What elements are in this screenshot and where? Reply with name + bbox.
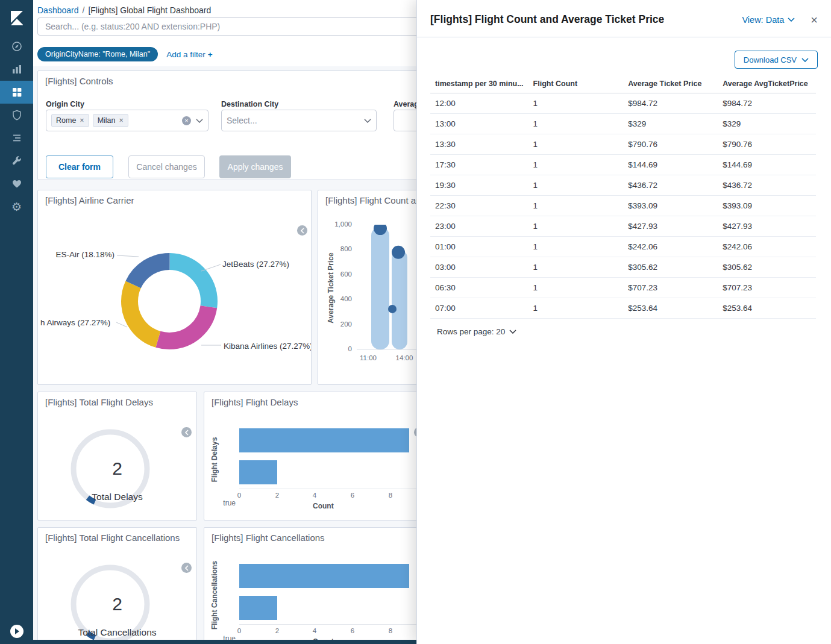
x-axis-ticks: 0 2 4 6 8 [239, 492, 420, 500]
bar-delays-false[interactable] [239, 428, 409, 452]
table-row: 22:301$393.09$393.09 [430, 196, 816, 216]
bar-cancellations-true[interactable] [239, 596, 277, 620]
sidebar-item-dashboard[interactable] [0, 81, 33, 104]
sidebar-item-discover[interactable] [0, 35, 33, 58]
sidebar-item-security[interactable] [0, 104, 33, 127]
average-ticket-price-label: Averag [394, 100, 419, 108]
panel-title: [Flights] Total Flight Delays [45, 397, 153, 407]
destination-city-combobox[interactable]: Select... [221, 110, 377, 131]
column-header-avg-ticket-price[interactable]: Average Ticket Price [623, 76, 718, 93]
table-row: 06:301$707.23$707.23 [430, 278, 816, 298]
plus-icon: + [208, 50, 213, 59]
table-row: 03:001$305.62$305.62 [430, 257, 816, 278]
heart-pulse-icon [11, 178, 22, 189]
panel-title: [Flights] Flight Cancellations [212, 533, 325, 543]
gauge-value: 2 [38, 594, 196, 614]
gauge-label: Total Delays [38, 492, 196, 502]
breadcrumb-dashboard-link[interactable]: Dashboard [37, 5, 79, 15]
column-header-flight-count[interactable]: Flight Count [528, 76, 624, 93]
chevron-down-icon [801, 58, 809, 62]
flyout-title: [Flights] Flight Count and Average Ticke… [430, 13, 664, 26]
collapse-nav-button[interactable] [0, 625, 33, 638]
download-csv-button[interactable]: Download CSV [735, 51, 818, 69]
legend-toggle-icon[interactable] [297, 225, 307, 236]
app-window: ⚙ Dashboard/[Flights] Global Flight Dash… [0, 0, 831, 644]
remove-tag-icon[interactable]: × [80, 116, 84, 125]
x-axis-label: Count [313, 502, 334, 510]
chevron-down-icon [364, 119, 371, 123]
x-axis-tick: 14:00 [396, 354, 413, 361]
origin-city-combobox[interactable]: Rome× Milan× × [46, 110, 209, 131]
bar-cancellations-false[interactable] [239, 564, 409, 588]
y-axis-label: Flight Cancellations [210, 560, 219, 631]
origin-tag-milan: Milan× [93, 114, 128, 127]
donut-label-es-air[interactable]: ES-Air (18.18%) [38, 250, 114, 259]
table-row: 12:001$984.72$984.72 [430, 93, 816, 114]
category-label-true: true [221, 499, 236, 507]
gear-icon: ⚙ [11, 201, 22, 213]
legend-toggle-icon[interactable] [181, 427, 192, 437]
donut-label-kibana-airlines[interactable]: Kibana Airlines (27.27%) [224, 342, 312, 351]
airline-carrier-donut[interactable] [116, 248, 222, 354]
origin-city-label: Origin City [46, 100, 84, 108]
panel-total-flight-delays: [Flights] Total Flight Delays 2 Total De… [37, 392, 197, 521]
breadcrumb-separator: / [83, 5, 85, 15]
flyout-header: [Flights] Flight Count and Average Ticke… [417, 0, 831, 37]
flight-cancellations-plot [239, 564, 420, 625]
shield-icon [11, 110, 22, 120]
filter-bar: OriginCityName: "Rome, Milan" Add a filt… [37, 47, 213, 61]
legend-toggle-icon[interactable] [181, 563, 192, 573]
panel-title: [Flights] Total Flight Cancellations [45, 533, 180, 543]
bar-delays-true[interactable] [239, 460, 277, 484]
close-icon[interactable]: × [811, 14, 818, 26]
panel-total-flight-cancellations: [Flights] Total Flight Cancellations 2 T… [37, 527, 197, 644]
panel-title: [Flights] Airline Carrier [45, 195, 134, 205]
breadcrumb: Dashboard/[Flights] Global Flight Dashbo… [37, 5, 211, 15]
view-data-toggle[interactable]: View: Data [742, 15, 795, 25]
sidebar-item-monitoring[interactable] [0, 172, 33, 195]
cancel-changes-button[interactable]: Cancel changes [128, 155, 205, 178]
donut-label-jetbeats[interactable]: JetBeats (27.27%) [222, 260, 289, 269]
add-filter-button[interactable]: Add a filter+ [166, 50, 212, 59]
flyout-body: Download CSV timestamp per 30 minu... Fl… [417, 37, 831, 350]
gauge-value: 2 [38, 458, 196, 479]
bubble-13-30[interactable] [392, 246, 405, 259]
destination-city-label: Destination City [221, 100, 278, 108]
panel-airline-carrier: [Flights] Airline Carrier ES-Air (18.18%… [37, 190, 312, 385]
select-placeholder: Select... [227, 116, 257, 125]
bubble-13-00[interactable] [388, 305, 397, 313]
chevron-down-icon [196, 119, 203, 123]
flyout-table-body: 12:001$984.72$984.7213:001$329$32913:301… [430, 93, 816, 319]
sidebar: ⚙ [0, 0, 33, 644]
chevron-down-icon [509, 330, 516, 334]
rows-per-page-control[interactable]: Rows per page: 20 [437, 327, 516, 336]
x-axis-ticks: 0 2 4 6 8 [239, 627, 420, 636]
y-axis-label: Flight Delays [210, 433, 219, 487]
kibana-logo[interactable] [0, 0, 33, 35]
clear-selection-icon[interactable]: × [182, 116, 191, 125]
remove-tag-icon[interactable]: × [119, 116, 124, 125]
column-header-timestamp[interactable]: timestamp per 30 minu... [430, 76, 528, 93]
sidebar-item-visualize[interactable] [0, 58, 33, 81]
apply-changes-button[interactable]: Apply changes [219, 155, 291, 178]
page-title: [Flights] Global Flight Dashboard [88, 5, 211, 15]
clear-form-button[interactable]: Clear form [46, 155, 113, 178]
data-flyout: [Flights] Flight Count and Average Ticke… [416, 0, 831, 644]
table-row: 13:001$329$329 [430, 114, 816, 134]
sidebar-item-logs[interactable] [0, 127, 33, 149]
table-row: 01:001$242.06$242.06 [430, 237, 816, 257]
sidebar-item-management[interactable]: ⚙ [0, 195, 33, 218]
sidebar-item-devtools[interactable] [0, 149, 33, 172]
dashboard-icon [11, 87, 22, 98]
flight-count-data-table: timestamp per 30 minu... Flight Count Av… [430, 76, 816, 319]
chevron-down-icon [788, 17, 795, 22]
kibana-logo-icon [8, 9, 25, 26]
panel-title: [Flights] Controls [45, 76, 113, 86]
column-header-avg-avgticketprice[interactable]: Average AvgTicketPrice [718, 76, 816, 93]
panel-title: [Flights] Flight Delays [212, 397, 298, 407]
filter-pill[interactable]: OriginCityName: "Rome, Milan" [37, 47, 158, 61]
donut-label-logstash-airways[interactable]: h Airways (27.27%) [40, 318, 110, 327]
table-row: 19:301$436.72$436.72 [430, 175, 816, 196]
origin-tag-rome: Rome× [51, 114, 89, 127]
table-row: 13:301$790.76$790.76 [430, 134, 816, 155]
